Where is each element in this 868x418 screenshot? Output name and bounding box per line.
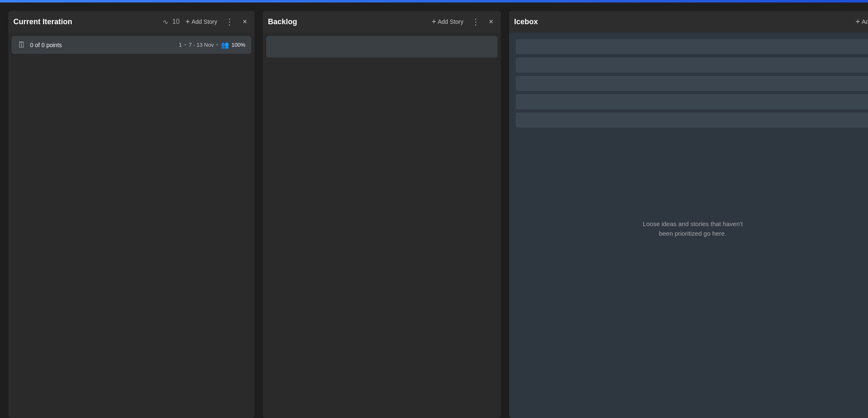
backlog-more-options-button[interactable]: ⋮: [469, 15, 483, 28]
current-add-story-button[interactable]: + Add Story: [183, 16, 220, 28]
date-range: 7 - 13 Nov: [189, 42, 214, 48]
backlog-close-button[interactable]: ×: [486, 16, 496, 28]
current-add-story-label: Add Story: [192, 18, 217, 25]
dot-separator-2: •: [216, 42, 218, 48]
current-iteration-title: Current Iteration: [13, 18, 158, 26]
dot-separator-1: •: [184, 42, 187, 48]
icebox-column: Icebox + Ad Loose ideas and stories that…: [509, 11, 868, 418]
iteration-card[interactable]: 🗓 0 of 0 points 1 • 7 - 13 Nov • 👥 100%: [12, 36, 251, 54]
icebox-placeholder-row-2: [516, 58, 868, 73]
sprint-number: 1: [179, 42, 182, 48]
current-iteration-header: Current Iteration ∿ 10 + Add Story ⋮ ×: [8, 11, 255, 33]
icebox-header: Icebox + Ad: [509, 11, 868, 33]
backlog-add-story-button[interactable]: + Add Story: [429, 16, 466, 28]
icebox-add-button[interactable]: + Ad: [853, 16, 868, 28]
backlog-body: [263, 33, 501, 418]
current-more-options-button[interactable]: ⋮: [223, 15, 237, 28]
icebox-empty-text: Loose ideas and stories that haven'tbeen…: [516, 219, 868, 238]
iteration-meta: 1 • 7 - 13 Nov • 👥 100%: [179, 41, 245, 49]
backlog-title: Backlog: [268, 18, 426, 26]
points-label: 0 of 0 points: [30, 42, 174, 48]
plus-icon: +: [185, 18, 190, 26]
iteration-number: 10: [172, 18, 180, 25]
percent-badge: 100%: [232, 42, 245, 48]
backlog-plus-icon: +: [431, 18, 436, 26]
icebox-placeholder-row-1: [516, 39, 868, 54]
icebox-placeholder-rows: [516, 39, 868, 128]
backlog-column: Backlog + Add Story ⋮ ×: [263, 11, 501, 418]
icebox-title: Icebox: [514, 18, 850, 26]
icebox-add-label: Ad: [862, 18, 868, 25]
current-iteration-column: Current Iteration ∿ 10 + Add Story ⋮ × 🗓…: [8, 11, 255, 418]
backlog-add-story-label: Add Story: [438, 18, 463, 25]
icebox-placeholder-row-4: [516, 94, 868, 109]
iteration-trend-icon: ∿: [163, 18, 168, 26]
calendar-icon: 🗓: [18, 40, 26, 50]
columns-container: Current Iteration ∿ 10 + Add Story ⋮ × 🗓…: [0, 3, 868, 418]
backlog-header: Backlog + Add Story ⋮ ×: [263, 11, 501, 33]
icebox-body: Loose ideas and stories that haven'tbeen…: [509, 33, 868, 418]
current-close-button[interactable]: ×: [240, 16, 250, 28]
team-icon: 👥: [221, 41, 229, 49]
current-iteration-body: 🗓 0 of 0 points 1 • 7 - 13 Nov • 👥 100%: [8, 33, 255, 418]
backlog-empty-row: [266, 36, 497, 58]
icebox-plus-icon: +: [855, 18, 860, 26]
icebox-placeholder-row-5: [516, 113, 868, 128]
icebox-placeholder-row-3: [516, 76, 868, 91]
